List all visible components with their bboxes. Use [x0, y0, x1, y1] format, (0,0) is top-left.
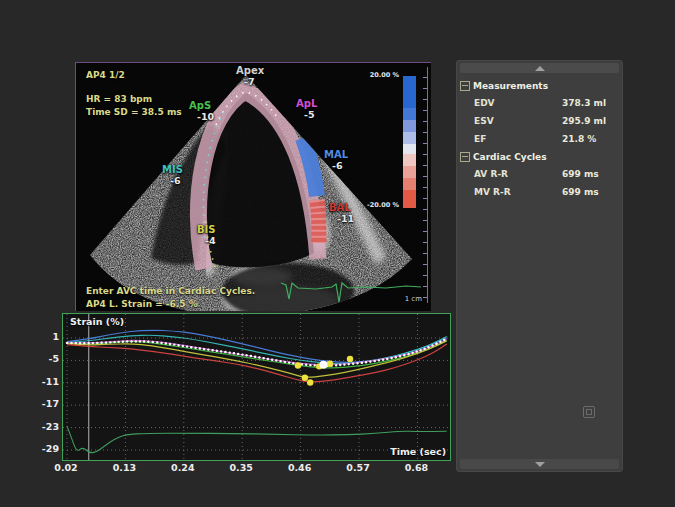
x-axis-tick: 0.02: [51, 462, 81, 473]
panel-corner-icon[interactable]: [583, 406, 595, 418]
measurement-row: AV R-R699 ms: [457, 165, 622, 183]
peak-strain-marker: [295, 362, 301, 368]
colorbar-min-label: -20.00 %: [354, 201, 399, 209]
measurements-panel: MeasurementsEDV378.3 mlESV295.9 mlEF21.8…: [456, 60, 623, 472]
peak-strain-marker: [302, 375, 308, 381]
x-axis-tick: 0.13: [109, 462, 139, 473]
global-strain-value: AP4 L. Strain = -6.5 %: [86, 298, 198, 310]
colorbar-max-label: 20.00 %: [354, 71, 399, 79]
colorbar-segment: [403, 144, 416, 154]
application-window: AP4 1/2 HR = 83 bpm Time SD = 38.5 ms En…: [0, 0, 675, 507]
collapse-icon[interactable]: [460, 81, 470, 91]
strain-chart-plot: [63, 314, 450, 460]
colorbar-segment: [403, 108, 416, 120]
measurement-value: 699 ms: [562, 187, 599, 197]
strain-curve-bal: [67, 344, 447, 382]
segment-label-mal: MAL-6: [324, 149, 348, 171]
segment-label-apex: Apex-7: [236, 65, 264, 87]
scroll-down-button[interactable]: [460, 459, 619, 469]
time-sd-label: Time SD = 38.5 ms: [86, 106, 182, 118]
colorbar-segment: [403, 178, 416, 190]
y-axis-tick: -5: [30, 353, 59, 364]
chevron-up-icon: [535, 66, 545, 71]
x-axis-tick: 0.35: [226, 462, 256, 473]
segment-label-mis: MIS-6: [162, 164, 183, 186]
segment-label-bis: BIS-4: [197, 224, 216, 246]
y-axis-tick: -29: [30, 443, 59, 454]
y-axis-tick: -17: [30, 398, 59, 409]
chart-title: Strain (%): [70, 316, 124, 327]
segment-label-aps: ApS-10: [189, 100, 214, 122]
ultrasound-image: AP4 1/2 HR = 83 bpm Time SD = 38.5 ms En…: [75, 62, 431, 311]
collapse-icon[interactable]: [460, 152, 470, 162]
colorbar-segment: [403, 166, 416, 178]
measurement-label: ESV: [474, 116, 562, 126]
peak-strain-marker: [347, 356, 353, 362]
view-label: AP4 1/2: [86, 69, 125, 81]
x-axis-tick: 0.46: [285, 462, 315, 473]
colorbar-segment: [403, 190, 416, 208]
measurement-value: 295.9 ml: [562, 116, 606, 126]
strain-curve-aps: [67, 341, 447, 368]
depth-ruler: [427, 67, 428, 303]
section-header[interactable]: Measurements: [457, 77, 622, 94]
peak-strain-marker: [327, 361, 333, 367]
x-axis-tick: 0.57: [343, 462, 373, 473]
chevron-down-icon: [535, 462, 545, 467]
measurement-row: EDV378.3 ml: [457, 94, 622, 112]
strain-colorbar: [403, 76, 416, 208]
colorbar-segment: [403, 76, 416, 108]
measurement-label: EF: [474, 134, 562, 144]
measurement-row: EF21.8 %: [457, 130, 622, 148]
measurement-label: EDV: [474, 98, 562, 108]
peak-strain-marker: [307, 379, 313, 385]
strain-chart: Strain (%) Time (sec): [62, 313, 451, 461]
avc-marker: [319, 361, 327, 369]
y-axis-tick: -23: [30, 421, 59, 432]
colorbar-segment: [403, 120, 416, 132]
chart-x-axis-label: Time (sec): [390, 446, 446, 457]
y-axis-tick: 1: [30, 331, 59, 342]
scale-label: 1 cm: [392, 295, 422, 303]
segment-label-apl: ApL-5: [296, 98, 317, 120]
section-title: Measurements: [473, 81, 548, 91]
measurement-value: 378.3 ml: [562, 98, 606, 108]
measurement-label: AV R-R: [474, 169, 562, 179]
measurement-row: MV R-R699 ms: [457, 183, 622, 201]
measurement-value: 699 ms: [562, 169, 599, 179]
segment-label-bal: BAL-11: [329, 202, 354, 224]
section-header[interactable]: Cardiac Cycles: [457, 148, 622, 165]
scroll-up-button[interactable]: [460, 63, 619, 73]
status-message: Enter AVC time in Cardiac Cycles.: [86, 285, 255, 297]
panel-sections: MeasurementsEDV378.3 mlESV295.9 mlEF21.8…: [457, 77, 622, 201]
measurement-value: 21.8 %: [562, 134, 596, 144]
heart-rate-label: HR = 83 bpm: [86, 93, 152, 105]
colorbar-segment: [403, 154, 416, 166]
measurement-row: ESV295.9 ml: [457, 112, 622, 130]
colorbar-segment: [403, 132, 416, 144]
x-axis-tick: 0.24: [168, 462, 198, 473]
x-axis-tick: 0.68: [401, 462, 431, 473]
y-axis-tick: -11: [30, 376, 59, 387]
measurement-label: MV R-R: [474, 187, 562, 197]
section-title: Cardiac Cycles: [473, 152, 547, 162]
